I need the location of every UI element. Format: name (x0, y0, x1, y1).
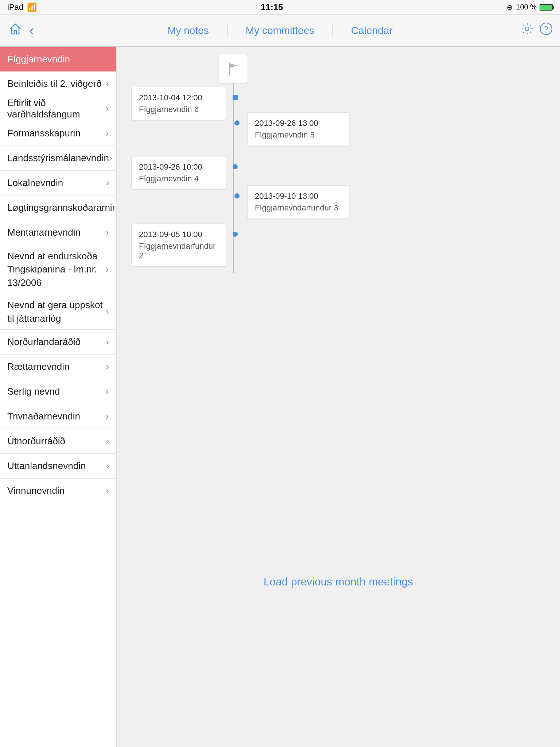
item-label: Norðurlandaráðið (7, 336, 81, 348)
list-item[interactable]: Nevnd at gera uppskot til játtanarlóg › (0, 294, 116, 330)
nav-bar: ‹ My notes My committees Calendar ? (0, 15, 560, 47)
meeting-card[interactable]: 2013-10-04 12:00 Fíggjarnevndin 6 (131, 87, 226, 120)
list-item[interactable]: Rættarnevndin › (0, 355, 116, 379)
meeting-card[interactable]: 2013-09-05 10:00 Fíggjarnevndarfundur 2 (131, 224, 226, 267)
nav-left: ‹ (7, 21, 80, 40)
status-time: 11:15 (261, 2, 283, 12)
item-label: Landsstýrismálanevndin (7, 152, 109, 164)
meeting-entry: 2013-09-05 10:00 Fíggjarnevndarfundur 2 (131, 224, 233, 267)
tab-my-committees[interactable]: My committees (228, 25, 333, 36)
timeline-line (233, 83, 234, 273)
item-label: Lokalnevndin (7, 177, 63, 189)
list-item[interactable]: Vinnunevndin › (0, 479, 116, 503)
device-label: iPad (7, 3, 23, 12)
list-item[interactable]: Landsstýrismálanevndin › (0, 146, 116, 171)
item-label: Formansskapurin (7, 128, 81, 139)
sidebar: Fíggjarnevndin Beinleiðis til 2. viðgerð… (0, 47, 117, 747)
status-left: iPad 📶 (7, 3, 37, 12)
wifi-icon: 📶 (27, 3, 37, 12)
timeline-dot (234, 120, 240, 125)
meeting-card[interactable]: 2013-09-26 10:00 Fíggjarnevndin 4 (131, 156, 226, 190)
meeting-name: Fíggjarnevndin 5 (255, 130, 342, 140)
list-item[interactable]: Mentanarnevndin › (0, 220, 116, 245)
timeline-wrapper: 2013-10-04 12:00 Fíggjarnevndin 6 2013-0… (131, 54, 545, 565)
item-label: Serlig nevnd (7, 386, 60, 397)
list-item[interactable]: Norðurlandaráðið › (0, 330, 116, 355)
meeting-entry: 2013-09-26 10:00 Fíggjarnevndin 4 (131, 156, 233, 190)
chevron-icon: › (106, 485, 109, 496)
meeting-name: Fíggjarnevndin 6 (139, 105, 218, 114)
content-area: 2013-10-04 12:00 Fíggjarnevndin 6 2013-0… (117, 47, 560, 747)
chevron-icon: › (106, 177, 109, 189)
meeting-card[interactable]: 2013-09-26 13:00 Fíggjarnevndin 5 (247, 112, 349, 146)
item-label: Uttanlandsnevndin (7, 460, 86, 472)
back-button[interactable]: ‹ (28, 21, 35, 40)
list-item[interactable]: Beinleiðis til 2. viðgerð › (0, 71, 116, 96)
home-button[interactable] (7, 21, 23, 40)
chevron-icon: › (106, 128, 109, 139)
meeting-date: 2013-10-04 12:00 (139, 93, 218, 102)
meeting-card[interactable]: 2013-09-10 13:00 Fíggjarnevndarfundur 3 (247, 185, 349, 219)
meeting-name: Fíggjarnevndin 4 (139, 174, 218, 183)
chevron-icon: › (109, 152, 112, 164)
list-item[interactable]: Løgtingsgrannskoðararnir › (0, 196, 116, 220)
chevron-icon: › (106, 460, 109, 472)
location-icon: ⊕ (507, 3, 513, 12)
meeting-date: 2013-09-10 13:00 (255, 191, 342, 201)
help-icon[interactable]: ? (540, 22, 553, 39)
settings-icon[interactable] (521, 22, 534, 39)
meeting-date: 2013-09-26 13:00 (255, 119, 342, 128)
list-item[interactable]: Útnorðurráðið › (0, 429, 116, 454)
chevron-icon: › (106, 436, 109, 447)
status-right: ⊕ 100 % (507, 3, 553, 12)
meeting-entry: 2013-09-10 13:00 Fíggjarnevndarfundur 3 (240, 185, 349, 219)
nav-tabs: My notes My committees Calendar (80, 25, 480, 36)
list-item[interactable]: Nevnd at endurskoða Tingskipanina - lm.n… (0, 245, 116, 294)
load-previous-button[interactable]: Load previous month meetings (131, 565, 545, 599)
chevron-icon: › (106, 264, 109, 275)
item-label: Vinnunevndin (7, 485, 65, 496)
chevron-icon: › (106, 78, 109, 89)
list-item[interactable]: Uttanlandsnevndin › (0, 454, 116, 479)
chevron-icon: › (106, 386, 109, 397)
timeline-dot (233, 164, 238, 169)
item-label: Nevnd at gera uppskot til játtanarlóg (7, 298, 106, 325)
flag-icon (225, 61, 241, 77)
flag-box (219, 54, 248, 83)
meeting-date: 2013-09-05 10:00 (139, 230, 218, 239)
chevron-icon: › (106, 336, 109, 348)
tab-calendar[interactable]: Calendar (333, 25, 411, 36)
meeting-entry: 2013-10-04 12:00 Fíggjarnevndin 6 (131, 87, 233, 120)
timeline-dot (233, 232, 238, 237)
chevron-icon: › (106, 411, 109, 422)
meeting-name: Fíggjarnevndarfundur 2 (139, 241, 218, 260)
svg-point-0 (525, 27, 529, 31)
meeting-name: Fíggjarnevndarfundur 3 (255, 203, 342, 213)
timeline-dot (234, 193, 240, 198)
item-label: Nevnd at endurskoða Tingskipanina - lm.n… (7, 249, 106, 289)
timeline-dot (233, 95, 238, 100)
list-item[interactable]: Trivnaðarnevndin › (0, 404, 116, 429)
nav-right: ? (480, 22, 553, 39)
item-label: Løgtingsgrannskoðararnir (7, 202, 115, 213)
item-label: Eftirlit við varðhaldsfangum (7, 97, 106, 120)
chevron-icon: › (106, 361, 109, 372)
svg-text:?: ? (544, 25, 548, 33)
item-label: Mentanarnevndin (7, 227, 81, 238)
chevron-icon: › (106, 227, 109, 238)
meeting-entry: 2013-09-26 13:00 Fíggjarnevndin 5 (240, 112, 349, 146)
tab-my-notes[interactable]: My notes (149, 25, 228, 36)
main-layout: Fíggjarnevndin Beinleiðis til 2. viðgerð… (0, 47, 560, 747)
item-label: Beinleiðis til 2. viðgerð (7, 78, 102, 89)
list-item[interactable]: Lokalnevndin › (0, 171, 116, 196)
list-item[interactable]: Formansskapurin › (0, 121, 116, 146)
list-item[interactable]: Eftirlit við varðhaldsfangum › (0, 96, 116, 121)
flag-container (219, 54, 248, 83)
list-item[interactable]: Serlig nevnd › (0, 379, 116, 404)
battery-label: 100 % (516, 3, 537, 11)
sidebar-selected-item[interactable]: Fíggjarnevndin (0, 47, 116, 71)
item-label: Útnorðurráðið (7, 436, 65, 447)
chevron-icon: › (106, 103, 109, 114)
item-label: Trivnaðarnevndin (7, 411, 80, 422)
battery-icon (540, 4, 553, 11)
